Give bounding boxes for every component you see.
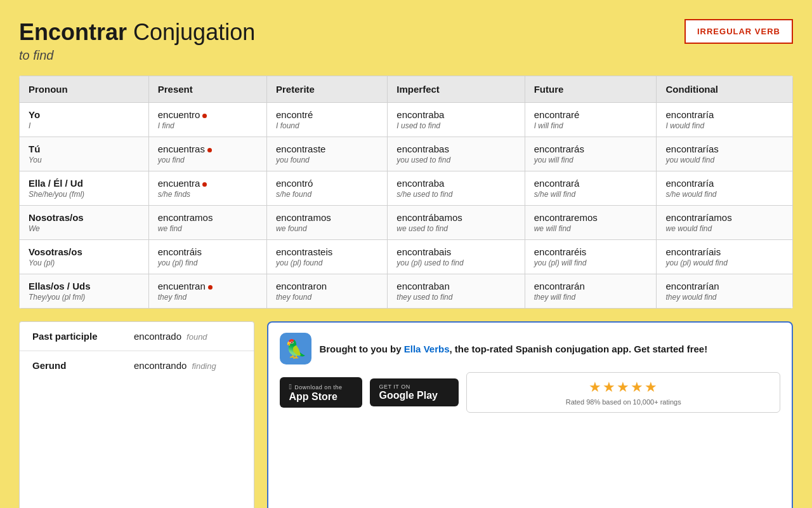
cell-present: encuentras/he finds <box>148 171 266 206</box>
ad-buttons: Download on the App Store GET IT ON Goo… <box>280 372 780 413</box>
cell-future: encontraréI will find <box>525 103 657 137</box>
table-header-row: Pronoun Present Preterite Imperfect Futu… <box>20 76 793 103</box>
cell-conditional: encontraríaI would find <box>657 103 793 137</box>
participle-table: Past participle encontradofound Gerund e… <box>19 321 254 508</box>
bottom-left: Past participle encontradofound Gerund e… <box>19 321 254 508</box>
cell-preterite: encontrós/he found <box>267 171 388 206</box>
col-imperfect: Imperfect <box>388 76 525 103</box>
col-present: Present <box>148 76 266 103</box>
ad-description: Brought to you by Ella Verbs, the top-ra… <box>319 344 707 354</box>
cell-preterite: encontrasteyou found <box>267 137 388 171</box>
rating-box: ★★★★★ Rated 98% based on 10,000+ ratings <box>466 372 780 413</box>
cell-imperfect: encontrabas/he used to find <box>388 171 525 206</box>
cell-preterite: encontraronthey found <box>267 274 388 309</box>
cell-pronoun: Ellas/os / UdsThey/you (pl fml) <box>20 274 149 309</box>
table-row: Nosotras/osWeencontramoswe findencontram… <box>20 206 793 240</box>
table-row: Vosotras/osYou (pl)encontráisyou (pl) fi… <box>20 240 793 274</box>
cell-preterite: encontrasteisyou (pl) found <box>267 240 388 274</box>
cell-present: encuentroI find <box>148 103 266 137</box>
cell-preterite: encontramoswe found <box>267 206 388 240</box>
gerund-row: Gerund encontrandofinding <box>20 351 254 380</box>
col-conditional: Conditional <box>657 76 793 103</box>
cell-imperfect: encontrabasyou used to find <box>388 137 525 171</box>
title-verb: Encontrar <box>19 19 127 45</box>
irregular-dot <box>208 285 213 290</box>
col-preterite: Preterite <box>267 76 388 103</box>
cell-conditional: encontraríamoswe would find <box>657 206 793 240</box>
irregular-badge: IRREGULAR VERB <box>684 19 793 44</box>
title-rest: Conjugation <box>127 19 255 45</box>
ella-verbs-ad-link[interactable]: Ella Verbs <box>404 344 450 354</box>
cell-present: encuentrasyou find <box>148 137 266 171</box>
cell-future: encontrarás/he will find <box>525 171 657 206</box>
rating-text: Rated 98% based on 10,000+ ratings <box>566 398 681 406</box>
bottom-section: Past participle encontradofound Gerund e… <box>19 321 793 508</box>
table-row: TúYouencuentrasyou findencontrasteyou fo… <box>20 137 793 171</box>
col-pronoun: Pronoun <box>20 76 149 103</box>
participle-value: encontradofound <box>134 331 207 342</box>
participle-label: Past participle <box>32 331 134 342</box>
gerund-label: Gerund <box>32 360 134 371</box>
google-play-button[interactable]: GET IT ON Google Play <box>370 378 459 406</box>
cell-present: encontramoswe find <box>148 206 266 240</box>
app-store-button[interactable]: Download on the App Store <box>280 377 362 408</box>
google-play-sub-label: GET IT ON <box>379 384 410 390</box>
page-title: Encontrar Conjugation <box>19 19 255 46</box>
cell-present: encontráisyou (pl) find <box>148 240 266 274</box>
table-row: YoIencuentroI findencontréI foundencontr… <box>20 103 793 137</box>
page-header: Encontrar Conjugation to find IRREGULAR … <box>19 19 793 63</box>
irregular-dot <box>202 182 207 187</box>
conjugation-table: Pronoun Present Preterite Imperfect Futu… <box>19 76 793 309</box>
app-icon: 🦜 <box>280 333 311 364</box>
gerund-value: encontrandofinding <box>134 360 216 371</box>
cell-future: encontrarásyou will find <box>525 137 657 171</box>
cell-pronoun: Nosotras/osWe <box>20 206 149 240</box>
header-left: Encontrar Conjugation to find <box>19 19 255 63</box>
ad-header: 🦜 Brought to you by Ella Verbs, the top-… <box>280 333 780 364</box>
irregular-dot <box>207 148 212 152</box>
table-row: Ella / Él / UdShe/he/you (fml)encuentras… <box>20 171 793 206</box>
app-store-main-label: App Store <box>289 391 337 403</box>
svg-text:🦜: 🦜 <box>285 338 307 359</box>
cell-imperfect: encontrabanthey used to find <box>388 274 525 309</box>
cell-imperfect: encontrábamoswe used to find <box>388 206 525 240</box>
cell-present: encuentranthey find <box>148 274 266 309</box>
page-subtitle: to find <box>19 48 255 63</box>
cell-preterite: encontréI found <box>267 103 388 137</box>
cell-conditional: encontraríaisyou (pl) would find <box>657 240 793 274</box>
cell-imperfect: encontrabaisyou (pl) used to find <box>388 240 525 274</box>
cell-pronoun: Vosotras/osYou (pl) <box>20 240 149 274</box>
cell-future: encontraremoswe will find <box>525 206 657 240</box>
col-future: Future <box>525 76 657 103</box>
google-play-main-label: Google Play <box>379 390 437 401</box>
cell-future: encontraránthey will find <box>525 274 657 309</box>
cell-pronoun: TúYou <box>20 137 149 171</box>
rating-stars: ★★★★★ <box>589 379 658 396</box>
app-store-sub-label: Download on the <box>289 382 342 391</box>
cell-conditional: encontrarías/he would find <box>657 171 793 206</box>
table-row: Ellas/os / UdsThey/you (pl fml)encuentra… <box>20 274 793 309</box>
cell-future: encontraréisyou (pl) will find <box>525 240 657 274</box>
cell-pronoun: Ella / Él / UdShe/he/you (fml) <box>20 171 149 206</box>
cell-imperfect: encontrabaI used to find <box>388 103 525 137</box>
cell-conditional: encontraríasyou would find <box>657 137 793 171</box>
past-participle-row: Past participle encontradofound <box>20 322 254 351</box>
irregular-dot <box>202 114 207 118</box>
cell-pronoun: YoI <box>20 103 149 137</box>
ad-box: 🦜 Brought to you by Ella Verbs, the top-… <box>267 321 793 508</box>
cell-conditional: encontraríanthey would find <box>657 274 793 309</box>
